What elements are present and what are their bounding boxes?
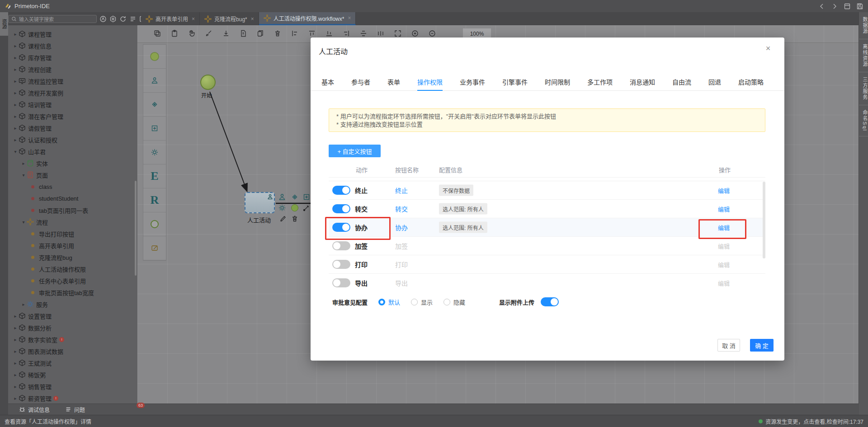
editor-tab-1[interactable]: 克隆流程bug*× (200, 12, 259, 25)
tree-item[interactable]: 导出打印按钮 (8, 228, 137, 239)
row-button-name[interactable]: 协办 (395, 223, 408, 232)
sidebar-scrollbar[interactable] (135, 181, 137, 276)
dialog-tab-操作权限[interactable]: 操作权限 (417, 77, 443, 91)
tree-item[interactable]: ▸销售管理 (8, 380, 137, 392)
row-edit-link[interactable]: 编辑 (718, 186, 730, 195)
chevron-right-icon[interactable]: ▸ (13, 90, 18, 95)
status-left-text[interactable]: 查看资源「人工活动操作权限」详情 (5, 418, 91, 425)
radio-selected-icon[interactable] (378, 299, 385, 305)
chevron-right-icon[interactable]: ▸ (13, 337, 18, 342)
tree-item[interactable]: ▸薪资管理! (8, 392, 137, 404)
row-toggle[interactable] (332, 278, 350, 287)
chevron-right-icon[interactable]: ▸ (13, 325, 18, 330)
square-plus-icon[interactable] (303, 193, 311, 202)
tree-item[interactable]: class (8, 181, 137, 192)
row-toggle[interactable] (332, 186, 350, 195)
add-custom-button[interactable]: + 自定义按钮 (329, 145, 381, 157)
right-strip-tab-1[interactable]: 离线资源 (859, 39, 868, 72)
right-strip-tab-3[interactable]: 命名Sql (859, 105, 868, 136)
row-button-name[interactable]: 终止 (395, 186, 408, 195)
list-icon[interactable] (129, 15, 137, 23)
tree-item[interactable]: ▸流程创建 (8, 63, 137, 75)
tree-item[interactable]: ▸潜在客户管理 (8, 110, 137, 122)
tree-item[interactable]: ▸课程信息 (8, 40, 137, 52)
dialog-tab-回退[interactable]: 回退 (708, 77, 721, 91)
dialog-tab-业务事件[interactable]: 业务事件 (460, 77, 485, 91)
tree-item[interactable]: 人工活动操作权限 (8, 263, 137, 275)
chevron-right-icon[interactable]: ▸ (13, 372, 18, 377)
ok-button[interactable]: 确 定 (750, 339, 774, 352)
ai-circle-icon[interactable] (99, 15, 107, 23)
tree-item[interactable]: ▸图表测试数据 (8, 345, 137, 357)
radio-icon[interactable] (443, 299, 450, 305)
tree-item[interactable]: ▾页面 (8, 169, 137, 181)
tree-item[interactable]: ▸流程监控管理 (8, 75, 137, 87)
close-tab-icon[interactable]: × (192, 16, 195, 22)
tree-item[interactable]: 高开表单引用 (8, 239, 137, 251)
tree-item[interactable]: 克隆流程bug (8, 251, 137, 263)
tree-item[interactable]: ▸王斌测试 (8, 357, 137, 369)
editor-tab-0[interactable]: 高开表单引用× (141, 12, 200, 25)
diamond-star-icon[interactable] (291, 193, 299, 202)
close-icon[interactable]: × (763, 44, 774, 55)
chevron-right-icon[interactable]: ▸ (13, 314, 18, 319)
tree-item[interactable]: ▸库存管理 (8, 52, 137, 63)
dialog-tab-多工作项[interactable]: 多工作项 (587, 77, 613, 91)
tree-item[interactable]: ▸培训管理 (8, 99, 137, 110)
tree-item[interactable]: tab页面引用同一表 (8, 204, 137, 216)
chevron-right-icon[interactable] (831, 3, 838, 10)
tree-item[interactable]: ▸课程管理 (8, 28, 137, 40)
refresh-icon[interactable] (119, 15, 127, 23)
tree-item[interactable]: ▸实体 (8, 157, 137, 169)
search-input[interactable]: 输入关键字搜索 (8, 15, 97, 23)
dialog-tab-引擎事件[interactable]: 引擎事件 (502, 77, 528, 91)
chevron-right-icon[interactable]: ▸ (13, 137, 18, 142)
dialog-tab-消息通知[interactable]: 消息通知 (630, 77, 655, 91)
problems-tab[interactable]: 问题 63 (65, 406, 85, 413)
row-edit-link[interactable]: 编辑 (718, 205, 730, 213)
radio-icon[interactable] (411, 299, 418, 305)
connector-icon[interactable] (303, 204, 311, 212)
chevron-down-icon[interactable]: ▾ (21, 220, 26, 225)
chevron-down-icon[interactable]: ▾ (13, 149, 18, 154)
gear-icon[interactable] (278, 204, 287, 212)
table-scrollbar[interactable] (763, 182, 765, 258)
chevron-right-icon[interactable]: ▸ (13, 114, 18, 119)
chevron-right-icon[interactable]: ▸ (13, 126, 18, 131)
resources-vertical-tab[interactable]: 资源 (0, 12, 8, 36)
row-toggle[interactable] (332, 241, 350, 250)
window-icon[interactable] (844, 3, 851, 10)
tree-item[interactable]: ▸服务 (8, 298, 137, 310)
tree-item[interactable]: studentStudent (8, 192, 137, 204)
row-toggle[interactable] (332, 204, 350, 213)
chevron-right-icon[interactable]: ▸ (13, 396, 18, 401)
chevron-right-icon[interactable]: ▸ (13, 43, 18, 48)
radio-显示[interactable]: 显示 (411, 298, 433, 306)
tree-item[interactable]: ▸认证和授权 (8, 134, 137, 145)
chevron-right-icon[interactable]: ▸ (13, 384, 18, 389)
hexagon-icon[interactable] (109, 15, 117, 23)
close-tab-icon[interactable]: × (348, 15, 351, 21)
row-button-name[interactable]: 转交 (395, 204, 408, 213)
dialog-tab-时间限制[interactable]: 时间限制 (545, 77, 570, 91)
chevron-right-icon[interactable]: ▸ (13, 361, 18, 366)
chevron-down-icon[interactable]: ▾ (21, 173, 26, 178)
person-icon[interactable] (278, 193, 287, 202)
tree-item[interactable]: ▾山羊君 (8, 145, 137, 157)
tree-item[interactable]: ▸设置管理 (8, 310, 137, 322)
dialog-tab-启动策略[interactable]: 启动策略 (738, 77, 764, 91)
chevron-right-icon[interactable]: ▸ (13, 55, 18, 60)
row-toggle[interactable] (332, 260, 350, 269)
chevron-right-icon[interactable]: ▸ (13, 79, 18, 84)
chevron-right-icon[interactable]: ▸ (13, 32, 18, 37)
trash-icon[interactable] (291, 215, 299, 223)
chevron-right-icon[interactable]: ▸ (13, 67, 18, 72)
right-strip-tab-2[interactable]: 三方服务 (859, 72, 868, 105)
manual-activity-node[interactable] (245, 192, 275, 213)
chevron-right-icon[interactable]: ▸ (21, 161, 26, 166)
chevron-left-icon[interactable] (818, 3, 826, 10)
status-right-text[interactable]: 资源发生变更，点击查看,检查时间:17:37 (765, 418, 863, 425)
save-icon[interactable] (856, 3, 863, 10)
cancel-button[interactable]: 取 消 (717, 339, 740, 352)
pencil-icon[interactable] (279, 215, 288, 223)
